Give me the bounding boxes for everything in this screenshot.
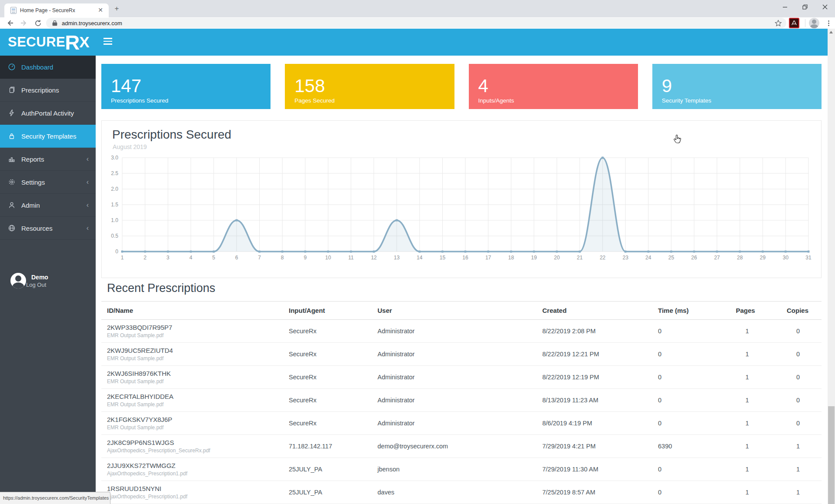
cell-time: 6390 — [658, 443, 736, 450]
sidebar-item-dashboard[interactable]: Dashboard — [0, 56, 96, 79]
scrollbar-up-icon[interactable] — [829, 31, 833, 33]
screen: Home Page - SecureRx ✕ + ad — [0, 0, 835, 504]
cell-pages: 1 — [736, 351, 787, 358]
browser-tab-strip: Home Page - SecureRx ✕ + — [0, 0, 835, 17]
scrollbar-thumb[interactable] — [828, 406, 835, 504]
cell-created: 7/29/2019 4:21 PM — [542, 443, 658, 450]
adobe-extension-icon[interactable] — [789, 18, 799, 28]
prescription-file: EMR Output Sample.pdf — [107, 378, 289, 385]
back-arrow-icon[interactable] — [5, 18, 15, 28]
cell-created: 7/29/2019 11:30 AM — [542, 466, 658, 473]
prescription-id[interactable]: 1RSRUUD15NYNI — [107, 485, 289, 492]
table-row[interactable]: 2KWJ9UC5REZIUTD4EMR Output Sample.pdfSec… — [101, 343, 822, 366]
svg-text:27: 27 — [714, 255, 720, 261]
status-bar-url: https://admin.troysecurerx.com/SecurityT… — [0, 492, 110, 504]
globe-icon — [8, 224, 16, 232]
sidebar-item-security-templates[interactable]: Security Templates — [0, 125, 96, 148]
cell-user: jbenson — [377, 466, 542, 473]
svg-text:25: 25 — [668, 255, 675, 261]
securerx-logo[interactable]: SECURERX — [8, 29, 90, 56]
cell-user: demo@troysecurerx.com — [377, 443, 542, 450]
column-header: Copies — [787, 307, 822, 314]
lock-icon — [52, 20, 57, 26]
sidebar-item-admin[interactable]: Admin‹ — [0, 194, 96, 217]
svg-text:20: 20 — [554, 255, 560, 261]
tab-title: Home Page - SecureRx — [20, 7, 97, 13]
prescription-id[interactable]: 2K1FGKSKV7YX8J6P — [107, 416, 289, 423]
cell-created: 8/13/2019 11:23 AM — [542, 397, 658, 404]
cell-pages: 1 — [736, 466, 787, 473]
forward-arrow-icon[interactable] — [19, 18, 29, 28]
cell-copies: 0 — [787, 420, 822, 427]
cell-input-agent: 71.182.142.117 — [289, 443, 377, 450]
table-row[interactable]: 2JJU9XKS72TWMGGZAjaxOrthopedics_Prescrip… — [101, 458, 822, 481]
sidebar-item-label: Dashboard — [21, 63, 53, 71]
sidebar-user[interactable]: Demo Log Out — [10, 273, 48, 288]
sidebar-item-reports[interactable]: Reports‹ — [0, 148, 96, 171]
svg-text:6: 6 — [235, 255, 238, 261]
table-row[interactable]: 2K1FGKSKV7YX8J6PEMR Output Sample.pdfSec… — [101, 412, 822, 435]
browser-tab[interactable]: Home Page - SecureRx ✕ — [4, 3, 109, 17]
svg-text:21: 21 — [577, 255, 583, 261]
kebab-menu-icon[interactable] — [825, 19, 832, 27]
sidebar-item-authportal-activity[interactable]: AuthPortal Activity — [0, 102, 96, 125]
page-scrollbar[interactable] — [828, 29, 835, 504]
url-bar[interactable]: admin.troysecurerx.com — [46, 18, 786, 28]
prescription-file: AjaxOrthopedics_Prescription_SecureRx.pd… — [107, 448, 289, 454]
reload-icon[interactable] — [33, 18, 43, 28]
cell-user: Administrator — [377, 374, 542, 381]
sidebar-item-label: Admin — [21, 202, 40, 209]
stat-card-pages-secured[interactable]: 158Pages Secured — [285, 64, 454, 109]
prescription-id[interactable]: 2KECRTALBHYIDDEA — [107, 393, 289, 400]
sidebar-item-resources[interactable]: Resources‹ — [0, 217, 96, 240]
svg-text:4: 4 — [189, 255, 192, 261]
profile-icon[interactable] — [809, 18, 819, 28]
svg-text:24: 24 — [645, 255, 651, 261]
stat-card-security-templates[interactable]: 9Security Templates — [652, 64, 822, 109]
table-row[interactable]: 2JK8C9PP6NS1WJGSAjaxOrthopedics_Prescrip… — [101, 435, 822, 458]
cell-pages: 1 — [736, 489, 787, 496]
stat-card-prescriptions-secured[interactable]: 147Prescriptions Secured — [101, 64, 271, 109]
svg-text:11: 11 — [348, 255, 354, 261]
table-row[interactable]: 2KWJ6SIH8976KTHKEMR Output Sample.pdfSec… — [101, 366, 822, 389]
cell-input-agent: 25JULY_PA — [289, 489, 377, 496]
prescription-file: EMR Output Sample.pdf — [107, 332, 289, 338]
close-icon[interactable] — [815, 0, 835, 14]
table-row[interactable]: 1RSRUUD15NYNIAjaxOrthopedics_Prescriptio… — [101, 481, 822, 504]
svg-text:13: 13 — [394, 255, 400, 261]
stat-card-inputs-agents[interactable]: 4Inputs/Agents — [469, 64, 638, 109]
cell-copies: 0 — [787, 374, 822, 381]
logout-link[interactable]: Log Out — [26, 282, 48, 288]
stat-label: Security Templates — [662, 97, 813, 104]
cell-created: 8/22/2019 12:21 PM — [542, 351, 658, 358]
prescription-id[interactable]: 2JK8C9PP6NS1WJGS — [107, 439, 289, 446]
stat-value: 158 — [294, 76, 445, 96]
svg-text:2.5: 2.5 — [111, 170, 118, 176]
prescription-id[interactable]: 2KWP33BQDI7R95P7 — [107, 324, 289, 331]
cell-input-agent: SecureRx — [289, 420, 377, 427]
prescription-file: EMR Output Sample.pdf — [107, 401, 289, 408]
user-icon — [8, 201, 16, 209]
prescription-file: AjaxOrthopedics_Prescription1.pdf — [107, 471, 289, 477]
prescription-id[interactable]: 2JJU9XKS72TWMGGZ — [107, 462, 289, 469]
app-header: SECURERX — [0, 29, 835, 56]
sidebar-item-settings[interactable]: Settings‹ — [0, 171, 96, 194]
restore-icon[interactable] — [795, 0, 815, 14]
prescription-id[interactable]: 2KWJ9UC5REZIUTD4 — [107, 347, 289, 354]
column-header: User — [377, 307, 542, 314]
svg-text:16: 16 — [462, 255, 468, 261]
new-tab-icon[interactable]: + — [113, 5, 120, 13]
sidebar-item-prescriptions[interactable]: Prescriptions — [0, 79, 96, 102]
star-icon[interactable] — [775, 20, 782, 27]
tab-close-icon[interactable]: ✕ — [97, 7, 104, 14]
hamburger-icon[interactable] — [104, 36, 115, 47]
minimize-icon[interactable] — [775, 0, 795, 14]
cell-copies: 1 — [787, 443, 822, 450]
chevron-left-icon: ‹ — [87, 225, 89, 232]
table-row[interactable]: 2KWP33BQDI7R95P7EMR Output Sample.pdfSec… — [101, 320, 822, 343]
svg-text:14: 14 — [417, 255, 423, 261]
prescription-id[interactable]: 2KWJ6SIH8976KTHK — [107, 370, 289, 377]
sidebar-item-label: Resources — [21, 225, 53, 232]
table-row[interactable]: 2KECRTALBHYIDDEAEMR Output Sample.pdfSec… — [101, 389, 822, 412]
cell-input-agent: SecureRx — [289, 328, 377, 335]
